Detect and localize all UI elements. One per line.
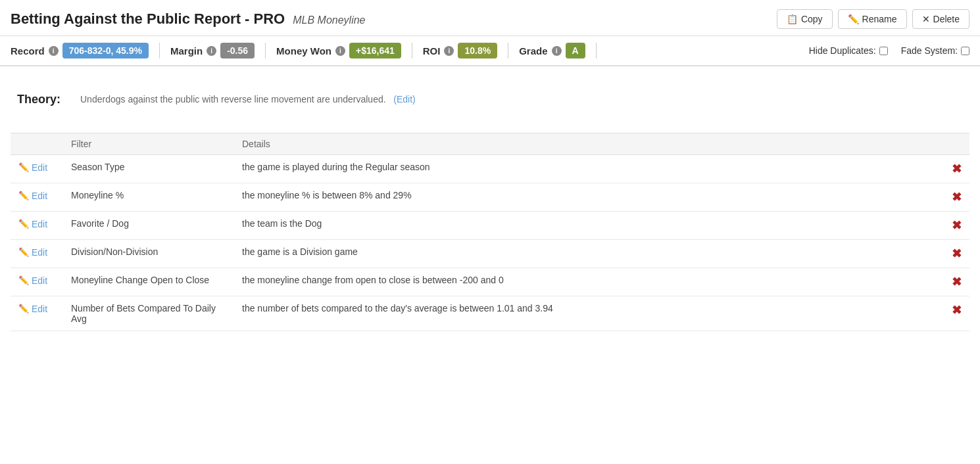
x-icon: ✖ (952, 162, 962, 175)
rename-icon: ✏️ (848, 14, 859, 24)
row-filter-cell: Favorite / Dog (63, 212, 234, 240)
pencil-icon: ✏️ (18, 304, 29, 313)
edit-label: Edit (32, 191, 47, 201)
col-header-delete (943, 133, 969, 155)
margin-info-icon[interactable]: i (207, 46, 216, 56)
checkboxes-area: Hide Duplicates: Fade System: (809, 45, 969, 56)
stat-margin: Margin i -0.56 (170, 43, 266, 58)
delete-row-button[interactable]: ✖ (952, 246, 962, 261)
x-icon: ✖ (952, 275, 962, 289)
fade-system-checkbox[interactable] (961, 47, 969, 55)
delete-row-button[interactable]: ✖ (952, 218, 962, 233)
page-title: Betting Against the Public Report - PRO (11, 11, 285, 28)
delete-row-button[interactable]: ✖ (952, 275, 962, 289)
money-won-label: Money Won (276, 45, 331, 57)
copy-button[interactable]: 📋 Copy (777, 9, 833, 29)
edit-button[interactable]: ✏️Edit (18, 191, 47, 201)
roi-value: 10.8% (458, 43, 497, 58)
record-info-icon[interactable]: i (49, 46, 59, 56)
edit-label: Edit (32, 219, 47, 229)
pencil-icon: ✏️ (18, 219, 29, 229)
edit-button[interactable]: ✏️Edit (18, 162, 47, 173)
pencil-icon: ✏️ (18, 247, 29, 257)
row-action-cell: ✏️Edit (11, 212, 63, 240)
table-row: ✏️EditSeason Typethe game is played duri… (11, 155, 969, 183)
edit-label: Edit (32, 304, 47, 314)
grade-info-icon[interactable]: i (552, 46, 562, 56)
edit-button[interactable]: ✏️Edit (18, 275, 47, 286)
x-icon: ✖ (952, 191, 962, 204)
row-details-cell: the team is the Dog (234, 212, 943, 240)
stat-record: Record i 706-832-0, 45.9% (11, 43, 160, 58)
stats-bar: Record i 706-832-0, 45.9% Margin i -0.56… (0, 36, 980, 66)
copy-icon: 📋 (787, 14, 798, 24)
row-delete-cell: ✖ (943, 212, 969, 240)
fade-system-text: Fade System: (901, 45, 958, 56)
pencil-icon: ✏️ (18, 191, 29, 200)
row-filter-cell: Moneyline Change Open to Close (63, 268, 234, 296)
row-delete-cell: ✖ (943, 155, 969, 183)
row-filter-cell: Moneyline % (63, 183, 234, 212)
row-details-cell: the game is played during the Regular se… (234, 155, 943, 183)
table-header: Filter Details (11, 133, 969, 155)
stat-money-won: Money Won i +$16,641 (276, 43, 412, 58)
fade-system-label: Fade System: (901, 45, 969, 56)
theory-section: Theory: Underdogs against the public wit… (11, 80, 969, 126)
theory-label: Theory: (17, 93, 70, 106)
row-action-cell: ✏️Edit (11, 296, 63, 331)
roi-info-icon[interactable]: i (444, 46, 454, 56)
table-row: ✏️EditMoneyline Change Open to Closethe … (11, 268, 969, 296)
row-details-cell: the moneyline % is between 8% and 29% (234, 183, 943, 212)
rename-button[interactable]: ✏️ Rename (838, 9, 907, 29)
row-details-cell: the game is a Division game (234, 240, 943, 268)
filter-table-body: ✏️EditSeason Typethe game is played duri… (11, 155, 969, 331)
row-delete-cell: ✖ (943, 183, 969, 212)
delete-row-button[interactable]: ✖ (952, 162, 962, 176)
delete-button[interactable]: ✕ Delete (912, 9, 969, 29)
margin-value: -0.56 (220, 43, 255, 58)
row-action-cell: ✏️Edit (11, 155, 63, 183)
edit-label: Edit (32, 247, 47, 258)
stat-grade: Grade i A (519, 43, 596, 58)
row-delete-cell: ✖ (943, 268, 969, 296)
page-subtitle: MLB Moneyline (293, 14, 365, 26)
table-row: ✏️EditMoneyline %the moneyline % is betw… (11, 183, 969, 212)
row-action-cell: ✏️Edit (11, 268, 63, 296)
hide-duplicates-label: Hide Duplicates: (809, 45, 888, 56)
record-label: Record (11, 45, 45, 57)
edit-button[interactable]: ✏️Edit (18, 304, 47, 314)
col-header-filter: Filter (63, 133, 234, 155)
grade-label: Grade (519, 45, 547, 57)
margin-label: Margin (170, 45, 203, 57)
title-area: Betting Against the Public Report - PRO … (11, 11, 365, 28)
x-icon: ✖ (952, 247, 962, 260)
edit-button[interactable]: ✏️Edit (18, 247, 47, 258)
rename-label: Rename (862, 14, 897, 24)
x-icon: ✖ (952, 219, 962, 232)
record-value: 706-832-0, 45.9% (62, 43, 149, 58)
x-icon: ✖ (952, 304, 962, 317)
edit-button[interactable]: ✏️Edit (18, 219, 47, 229)
delete-row-button[interactable]: ✖ (952, 303, 962, 317)
delete-row-button[interactable]: ✖ (952, 190, 962, 204)
row-filter-cell: Division/Non-Division (63, 240, 234, 268)
action-buttons: 📋 Copy ✏️ Rename ✕ Delete (777, 9, 969, 29)
money-won-info-icon[interactable]: i (335, 46, 345, 56)
row-action-cell: ✏️Edit (11, 183, 63, 212)
delete-icon: ✕ (922, 14, 930, 24)
col-header-action (11, 133, 63, 155)
col-header-details: Details (234, 133, 943, 155)
stat-roi: ROI i 10.8% (423, 43, 508, 58)
grade-value: A (566, 43, 585, 58)
pencil-icon: ✏️ (18, 275, 29, 285)
row-details-cell: the number of bets compared to the day's… (234, 296, 943, 331)
hide-duplicates-checkbox[interactable] (879, 47, 888, 55)
edit-label: Edit (32, 275, 47, 286)
table-row: ✏️EditFavorite / Dogthe team is the Dog✖ (11, 212, 969, 240)
copy-label: Copy (801, 14, 823, 24)
row-filter-cell: Number of Bets Compared To Daily Avg (63, 296, 234, 331)
theory-text: Underdogs against the public with revers… (80, 93, 416, 106)
delete-label: Delete (933, 14, 960, 24)
pencil-icon: ✏️ (18, 162, 29, 172)
theory-edit-link[interactable]: (Edit) (393, 94, 415, 104)
